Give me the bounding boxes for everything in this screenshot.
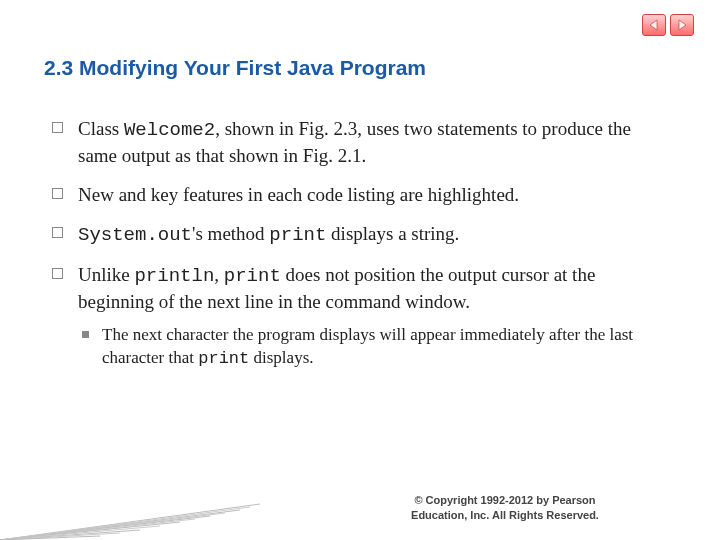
code-text: println (134, 265, 214, 287)
triangle-left-icon (648, 19, 660, 31)
svg-line-11 (0, 533, 120, 540)
svg-line-8 (0, 522, 180, 540)
sub-bullet-list: The next character the program displays … (78, 324, 672, 370)
code-text: print (269, 224, 326, 246)
triangle-right-icon (676, 19, 688, 31)
decorative-wedge-icon (0, 470, 260, 540)
text: 's method (192, 223, 269, 244)
code-text: print (198, 349, 249, 368)
text: Class (78, 118, 124, 139)
bullet-item: New and key features in each code listin… (48, 182, 672, 207)
svg-line-5 (0, 513, 225, 540)
svg-line-6 (0, 516, 210, 540)
sub-bullet-item: The next character the program displays … (78, 324, 672, 370)
bullet-list: Class Welcome2, shown in Fig. 2.3, uses … (48, 116, 672, 370)
slide-content: Class Welcome2, shown in Fig. 2.3, uses … (48, 116, 672, 384)
next-button[interactable] (670, 14, 694, 36)
footer-line: Education, Inc. All Rights Reserved. (411, 509, 599, 521)
svg-line-9 (0, 526, 160, 540)
prev-button[interactable] (642, 14, 666, 36)
bullet-item: Unlike println, print does not position … (48, 262, 672, 370)
text: displays a string. (326, 223, 459, 244)
footer-line: © Copyright 1992-2012 by Pearson (414, 494, 595, 506)
svg-line-2 (0, 504, 260, 540)
text: , (214, 264, 224, 285)
code-text: System.out (78, 224, 192, 246)
section-heading: 2.3 Modifying Your First Java Program (44, 56, 426, 80)
svg-line-12 (0, 536, 100, 540)
svg-marker-0 (650, 20, 657, 30)
bullet-item: Class Welcome2, shown in Fig. 2.3, uses … (48, 116, 672, 168)
svg-line-7 (0, 519, 195, 540)
text: Unlike (78, 264, 134, 285)
copyright-footer: © Copyright 1992-2012 by Pearson Educati… (370, 493, 640, 522)
text: displays. (249, 348, 313, 367)
text: The next character the program displays … (102, 325, 633, 366)
svg-line-3 (0, 507, 250, 540)
svg-line-10 (0, 530, 140, 540)
text: New and key features in each code listin… (78, 184, 519, 205)
svg-line-4 (0, 510, 240, 540)
bullet-item: System.out's method print displays a str… (48, 221, 672, 248)
code-text: Welcome2 (124, 119, 215, 141)
svg-marker-1 (679, 20, 686, 30)
nav-buttons (642, 14, 694, 36)
code-text: print (224, 265, 281, 287)
